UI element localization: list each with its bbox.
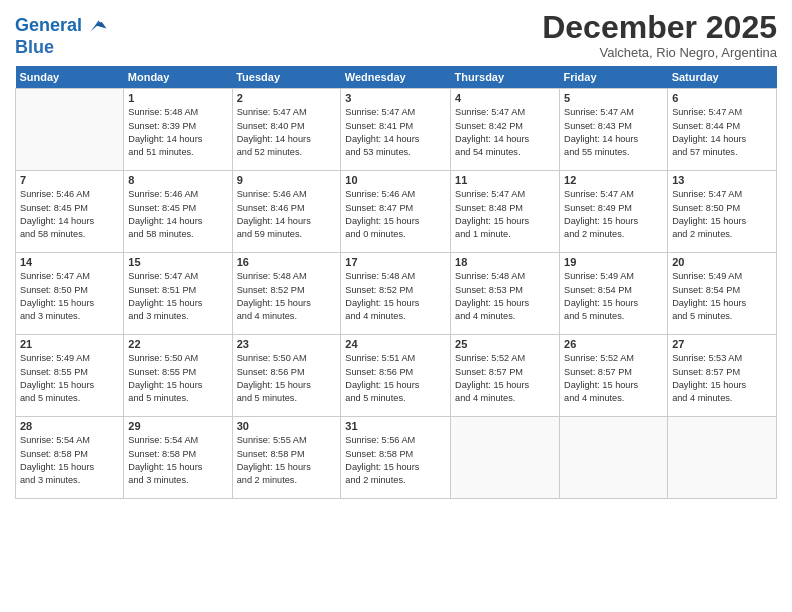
day-number: 16: [237, 256, 337, 268]
day-info: Sunrise: 5:52 AM Sunset: 8:57 PM Dayligh…: [455, 352, 555, 405]
calendar-header-row: SundayMondayTuesdayWednesdayThursdayFrid…: [16, 66, 777, 89]
logo-text: General: [15, 16, 82, 36]
day-number: 20: [672, 256, 772, 268]
logo-blue-text: Blue: [15, 38, 108, 58]
calendar-cell: 11Sunrise: 5:47 AM Sunset: 8:48 PM Dayli…: [451, 171, 560, 253]
calendar-cell: 17Sunrise: 5:48 AM Sunset: 8:52 PM Dayli…: [341, 253, 451, 335]
calendar-cell: 27Sunrise: 5:53 AM Sunset: 8:57 PM Dayli…: [668, 335, 777, 417]
calendar-cell: [451, 417, 560, 499]
calendar-cell: 18Sunrise: 5:48 AM Sunset: 8:53 PM Dayli…: [451, 253, 560, 335]
calendar-cell: 25Sunrise: 5:52 AM Sunset: 8:57 PM Dayli…: [451, 335, 560, 417]
day-number: 24: [345, 338, 446, 350]
weekday-header: Monday: [124, 66, 232, 89]
day-number: 27: [672, 338, 772, 350]
weekday-header: Wednesday: [341, 66, 451, 89]
day-info: Sunrise: 5:47 AM Sunset: 8:48 PM Dayligh…: [455, 188, 555, 241]
calendar-cell: 2Sunrise: 5:47 AM Sunset: 8:40 PM Daylig…: [232, 89, 341, 171]
day-number: 3: [345, 92, 446, 104]
day-number: 26: [564, 338, 663, 350]
day-number: 31: [345, 420, 446, 432]
day-info: Sunrise: 5:48 AM Sunset: 8:52 PM Dayligh…: [345, 270, 446, 323]
day-info: Sunrise: 5:48 AM Sunset: 8:52 PM Dayligh…: [237, 270, 337, 323]
day-info: Sunrise: 5:48 AM Sunset: 8:53 PM Dayligh…: [455, 270, 555, 323]
calendar-cell: 8Sunrise: 5:46 AM Sunset: 8:45 PM Daylig…: [124, 171, 232, 253]
day-info: Sunrise: 5:46 AM Sunset: 8:47 PM Dayligh…: [345, 188, 446, 241]
calendar-cell: [16, 89, 124, 171]
day-number: 8: [128, 174, 227, 186]
location-subtitle: Valcheta, Rio Negro, Argentina: [542, 45, 777, 60]
day-number: 14: [20, 256, 119, 268]
calendar-cell: 29Sunrise: 5:54 AM Sunset: 8:58 PM Dayli…: [124, 417, 232, 499]
calendar-cell: 12Sunrise: 5:47 AM Sunset: 8:49 PM Dayli…: [560, 171, 668, 253]
day-number: 18: [455, 256, 555, 268]
day-info: Sunrise: 5:53 AM Sunset: 8:57 PM Dayligh…: [672, 352, 772, 405]
day-info: Sunrise: 5:48 AM Sunset: 8:39 PM Dayligh…: [128, 106, 227, 159]
day-number: 15: [128, 256, 227, 268]
day-number: 10: [345, 174, 446, 186]
day-number: 7: [20, 174, 119, 186]
day-number: 19: [564, 256, 663, 268]
day-info: Sunrise: 5:47 AM Sunset: 8:41 PM Dayligh…: [345, 106, 446, 159]
calendar-cell: 10Sunrise: 5:46 AM Sunset: 8:47 PM Dayli…: [341, 171, 451, 253]
day-info: Sunrise: 5:49 AM Sunset: 8:55 PM Dayligh…: [20, 352, 119, 405]
day-number: 6: [672, 92, 772, 104]
day-info: Sunrise: 5:46 AM Sunset: 8:45 PM Dayligh…: [128, 188, 227, 241]
day-number: 5: [564, 92, 663, 104]
day-number: 13: [672, 174, 772, 186]
calendar-cell: 7Sunrise: 5:46 AM Sunset: 8:45 PM Daylig…: [16, 171, 124, 253]
calendar-cell: 31Sunrise: 5:56 AM Sunset: 8:58 PM Dayli…: [341, 417, 451, 499]
calendar-week-row: 1Sunrise: 5:48 AM Sunset: 8:39 PM Daylig…: [16, 89, 777, 171]
calendar-cell: [560, 417, 668, 499]
day-number: 23: [237, 338, 337, 350]
calendar-cell: 19Sunrise: 5:49 AM Sunset: 8:54 PM Dayli…: [560, 253, 668, 335]
day-number: 2: [237, 92, 337, 104]
calendar-cell: 30Sunrise: 5:55 AM Sunset: 8:58 PM Dayli…: [232, 417, 341, 499]
calendar-cell: 22Sunrise: 5:50 AM Sunset: 8:55 PM Dayli…: [124, 335, 232, 417]
day-info: Sunrise: 5:51 AM Sunset: 8:56 PM Dayligh…: [345, 352, 446, 405]
day-number: 9: [237, 174, 337, 186]
day-info: Sunrise: 5:47 AM Sunset: 8:49 PM Dayligh…: [564, 188, 663, 241]
calendar-cell: 9Sunrise: 5:46 AM Sunset: 8:46 PM Daylig…: [232, 171, 341, 253]
logo-icon: [84, 14, 108, 38]
day-number: 17: [345, 256, 446, 268]
day-info: Sunrise: 5:50 AM Sunset: 8:56 PM Dayligh…: [237, 352, 337, 405]
calendar-week-row: 7Sunrise: 5:46 AM Sunset: 8:45 PM Daylig…: [16, 171, 777, 253]
calendar-week-row: 28Sunrise: 5:54 AM Sunset: 8:58 PM Dayli…: [16, 417, 777, 499]
title-block: December 2025 Valcheta, Rio Negro, Argen…: [542, 10, 777, 60]
day-info: Sunrise: 5:47 AM Sunset: 8:51 PM Dayligh…: [128, 270, 227, 323]
day-number: 29: [128, 420, 227, 432]
day-info: Sunrise: 5:47 AM Sunset: 8:50 PM Dayligh…: [672, 188, 772, 241]
month-title: December 2025: [542, 10, 777, 45]
calendar-table: SundayMondayTuesdayWednesdayThursdayFrid…: [15, 66, 777, 499]
calendar-cell: 21Sunrise: 5:49 AM Sunset: 8:55 PM Dayli…: [16, 335, 124, 417]
weekday-header: Friday: [560, 66, 668, 89]
day-info: Sunrise: 5:54 AM Sunset: 8:58 PM Dayligh…: [20, 434, 119, 487]
day-info: Sunrise: 5:50 AM Sunset: 8:55 PM Dayligh…: [128, 352, 227, 405]
weekday-header: Thursday: [451, 66, 560, 89]
day-number: 11: [455, 174, 555, 186]
logo: General Blue: [15, 14, 108, 58]
day-number: 28: [20, 420, 119, 432]
calendar-cell: 14Sunrise: 5:47 AM Sunset: 8:50 PM Dayli…: [16, 253, 124, 335]
calendar-cell: 5Sunrise: 5:47 AM Sunset: 8:43 PM Daylig…: [560, 89, 668, 171]
day-info: Sunrise: 5:47 AM Sunset: 8:44 PM Dayligh…: [672, 106, 772, 159]
day-number: 4: [455, 92, 555, 104]
day-info: Sunrise: 5:47 AM Sunset: 8:43 PM Dayligh…: [564, 106, 663, 159]
header: General Blue December 2025 Valcheta, Rio…: [15, 10, 777, 60]
day-number: 25: [455, 338, 555, 350]
day-number: 22: [128, 338, 227, 350]
day-info: Sunrise: 5:47 AM Sunset: 8:40 PM Dayligh…: [237, 106, 337, 159]
weekday-header: Tuesday: [232, 66, 341, 89]
day-info: Sunrise: 5:56 AM Sunset: 8:58 PM Dayligh…: [345, 434, 446, 487]
day-info: Sunrise: 5:55 AM Sunset: 8:58 PM Dayligh…: [237, 434, 337, 487]
calendar-cell: 3Sunrise: 5:47 AM Sunset: 8:41 PM Daylig…: [341, 89, 451, 171]
calendar-cell: 15Sunrise: 5:47 AM Sunset: 8:51 PM Dayli…: [124, 253, 232, 335]
calendar-cell: 1Sunrise: 5:48 AM Sunset: 8:39 PM Daylig…: [124, 89, 232, 171]
day-info: Sunrise: 5:49 AM Sunset: 8:54 PM Dayligh…: [564, 270, 663, 323]
day-info: Sunrise: 5:52 AM Sunset: 8:57 PM Dayligh…: [564, 352, 663, 405]
weekday-header: Saturday: [668, 66, 777, 89]
calendar-week-row: 21Sunrise: 5:49 AM Sunset: 8:55 PM Dayli…: [16, 335, 777, 417]
page-container: General Blue December 2025 Valcheta, Rio…: [0, 0, 792, 509]
day-number: 30: [237, 420, 337, 432]
calendar-cell: 24Sunrise: 5:51 AM Sunset: 8:56 PM Dayli…: [341, 335, 451, 417]
